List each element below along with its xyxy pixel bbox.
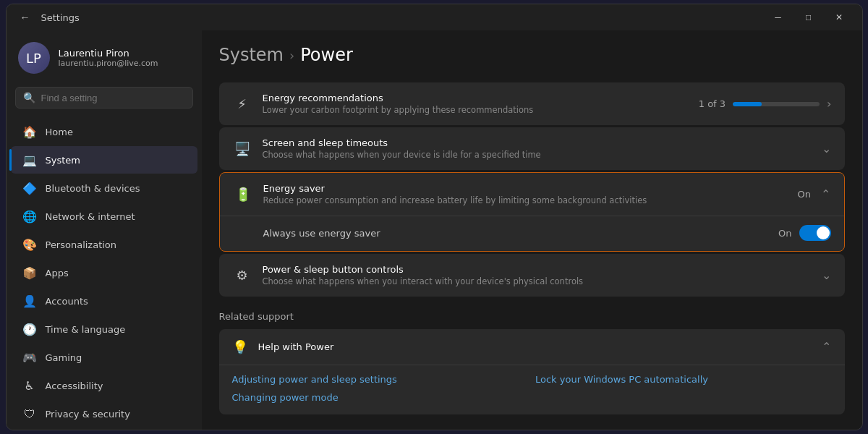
screen-sleep-right: ⌄: [822, 142, 831, 156]
sidebar-item-apps[interactable]: 📦 Apps: [11, 259, 197, 286]
apps-nav-label: Apps: [46, 268, 69, 278]
screen-sleep-title: Screen and sleep timeouts: [263, 137, 812, 148]
help-card: 💡 Help with Power ⌃ Adjusting power and …: [219, 329, 845, 414]
nav-list: 🏠 Home 💻 System 🔷 Bluetooth & devices 🌐 …: [7, 117, 202, 430]
energy-rec-progress: 1 of 3: [699, 98, 726, 109]
bluetooth-nav-icon: 🔷: [22, 181, 37, 195]
progress-bar: [733, 102, 820, 106]
energy-saver-info: Energy saver Reduce power consumption an…: [263, 183, 788, 205]
back-button[interactable]: ←: [15, 7, 35, 27]
sidebar-item-bluetooth[interactable]: 🔷 Bluetooth & devices: [11, 174, 197, 202]
title-bar-left: ← Settings: [15, 7, 80, 27]
bluetooth-nav-label: Bluetooth & devices: [46, 183, 140, 194]
progress-fill: [733, 102, 762, 106]
energy-rec-title: Energy recommendations: [263, 93, 689, 103]
minimize-button[interactable]: ─: [764, 7, 793, 27]
screen-sleep-info: Screen and sleep timeouts Choose what ha…: [263, 137, 812, 160]
breadcrumb-separator: ›: [289, 48, 294, 63]
system-nav-icon: 💻: [22, 153, 37, 167]
energy-saver-card: 🔋 Energy saver Reduce power consumption …: [219, 172, 845, 252]
accessibility-nav-label: Accessibility: [46, 380, 103, 391]
help-icon: 💡: [232, 339, 248, 354]
personalization-nav-icon: 🎨: [22, 237, 37, 252]
sidebar-item-update[interactable]: 🔄 Windows Update: [11, 428, 197, 430]
breadcrumb: System › Power: [219, 45, 845, 65]
sidebar-item-accounts[interactable]: 👤 Accounts: [11, 287, 197, 315]
progress-bar-container: [733, 102, 820, 106]
help-link-3[interactable]: Changing power mode: [232, 392, 529, 403]
energy-saver-toggle[interactable]: [799, 225, 831, 241]
screen-sleep-desc: Choose what happens when your device is …: [263, 150, 812, 160]
energy-recommendations-row[interactable]: ⚡ Energy recommendations Lower your carb…: [219, 82, 845, 125]
settings-window: ← Settings ─ □ ✕ LP Laurentiu Piron laur…: [6, 4, 863, 430]
window-title: Settings: [41, 12, 80, 23]
apps-nav-icon: 📦: [22, 265, 37, 280]
time-nav-icon: 🕐: [22, 322, 37, 336]
help-link-1[interactable]: Adjusting power and sleep settings: [232, 374, 529, 385]
help-link-2[interactable]: Lock your Windows PC automatically: [535, 374, 832, 385]
power-sleep-info: Power & sleep button controls Choose wha…: [263, 264, 812, 286]
personalization-nav-label: Personalization: [46, 239, 117, 250]
power-sleep-chevron: ⌄: [822, 268, 831, 282]
energy-saver-header[interactable]: 🔋 Energy saver Reduce power consumption …: [220, 173, 844, 216]
power-sleep-title: Power & sleep button controls: [263, 264, 812, 275]
energy-saver-desc: Reduce power consumption and increase ba…: [263, 195, 788, 205]
sidebar-item-time[interactable]: 🕐 Time & language: [11, 315, 197, 343]
system-nav-label: System: [46, 155, 80, 166]
power-sleep-desc: Choose what happens when you interact wi…: [263, 276, 812, 286]
energy-saver-right: On ⌃: [798, 187, 831, 201]
settings-section: ⚡ Energy recommendations Lower your carb…: [219, 82, 845, 297]
energy-rec-icon: ⚡: [232, 94, 252, 114]
search-box[interactable]: 🔍: [15, 87, 193, 109]
sidebar-item-system[interactable]: 💻 System: [11, 146, 197, 174]
user-email: laurentiu.piron@live.com: [59, 59, 158, 68]
help-header[interactable]: 💡 Help with Power ⌃: [219, 329, 845, 365]
toggle-knob: [817, 226, 830, 239]
sidebar-item-gaming[interactable]: 🎮 Gaming: [11, 344, 197, 371]
sidebar-item-personalization[interactable]: 🎨 Personalization: [11, 231, 197, 258]
home-nav-label: Home: [46, 127, 73, 137]
maximize-button[interactable]: □: [794, 7, 823, 27]
power-sleep-card: ⚙️ Power & sleep button controls Choose …: [219, 254, 845, 297]
energy-rec-right: 1 of 3 ›: [699, 97, 832, 111]
avatar: LP: [18, 42, 50, 74]
search-icon: 🔍: [23, 92, 35, 103]
screen-sleep-chevron: ⌄: [822, 142, 831, 156]
breadcrumb-current: Power: [300, 45, 353, 65]
energy-saver-icon: 🔋: [233, 184, 253, 205]
user-info: Laurentiu Piron laurentiu.piron@live.com: [59, 48, 158, 68]
breadcrumb-parent[interactable]: System: [219, 45, 284, 65]
accounts-nav-icon: 👤: [22, 294, 37, 308]
sidebar-item-home[interactable]: 🏠 Home: [11, 118, 197, 145]
power-sleep-row[interactable]: ⚙️ Power & sleep button controls Choose …: [219, 254, 845, 297]
search-input[interactable]: [41, 93, 185, 103]
close-button[interactable]: ✕: [825, 7, 854, 27]
title-bar: ← Settings ─ □ ✕: [7, 4, 862, 30]
always-on-label: On: [778, 228, 791, 239]
energy-rec-desc: Lower your carbon footprint by applying …: [263, 105, 689, 115]
screen-sleep-card: 🖥️ Screen and sleep timeouts Choose what…: [219, 127, 845, 170]
home-nav-icon: 🏠: [22, 124, 37, 139]
help-links: Adjusting power and sleep settings Lock …: [219, 365, 845, 414]
energy-saver-title: Energy saver: [263, 183, 788, 194]
related-support: Related support 💡 Help with Power ⌃ Adju…: [219, 311, 845, 414]
sidebar-item-accessibility[interactable]: ♿ Accessibility: [11, 372, 197, 399]
network-nav-label: Network & internet: [46, 211, 135, 222]
accounts-nav-label: Accounts: [46, 296, 88, 307]
sidebar-item-network[interactable]: 🌐 Network & internet: [11, 203, 197, 230]
user-name: Laurentiu Piron: [59, 48, 158, 59]
content-area: LP Laurentiu Piron laurentiu.piron@live.…: [7, 30, 862, 430]
energy-saver-inner: Always use energy saver On: [220, 216, 844, 251]
energy-rec-chevron: ›: [827, 97, 831, 111]
power-sleep-right: ⌄: [822, 268, 831, 282]
inner-right: On: [778, 225, 830, 241]
gaming-nav-icon: 🎮: [22, 350, 37, 365]
time-nav-label: Time & language: [46, 324, 126, 335]
sidebar: LP Laurentiu Piron laurentiu.piron@live.…: [7, 30, 202, 430]
privacy-nav-icon: 🛡: [22, 407, 37, 421]
energy-saver-chevron: ⌃: [821, 187, 830, 201]
network-nav-icon: 🌐: [22, 209, 37, 224]
main-panel: System › Power ⚡ Energy recommendations …: [202, 30, 862, 430]
sidebar-item-privacy[interactable]: 🛡 Privacy & security: [11, 400, 197, 427]
screen-sleep-row[interactable]: 🖥️ Screen and sleep timeouts Choose what…: [219, 127, 845, 170]
